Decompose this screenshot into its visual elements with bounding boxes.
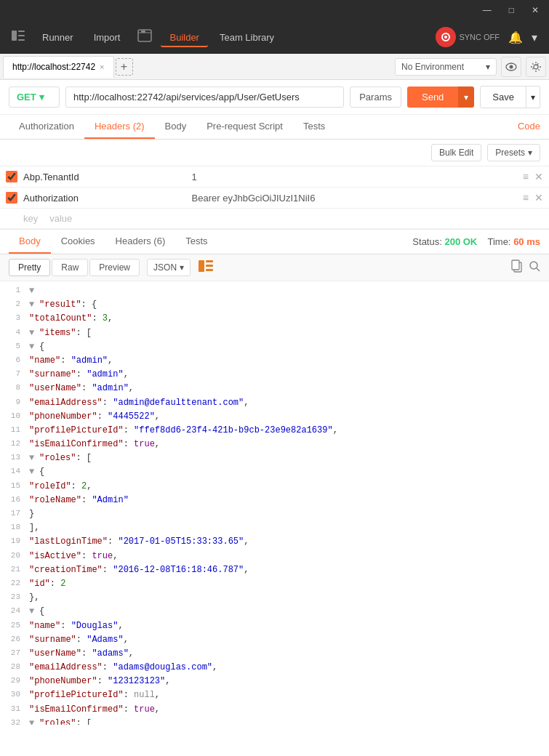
bulk-edit-button[interactable]: Bulk Edit [431, 144, 481, 161]
svg-point-10 [510, 65, 513, 68]
collapse-arrow[interactable]: ▼ [29, 717, 38, 725]
params-button[interactable]: Params [350, 87, 401, 108]
json-line: 16 "roleName": "Admin" [0, 494, 549, 507]
method-chevron-icon: ▾ [39, 92, 44, 102]
svg-rect-1 [18, 31, 25, 32]
search-button[interactable] [529, 260, 540, 276]
headers-actions-row: Bulk Edit Presets ▾ [0, 140, 549, 166]
header-row-2-checkbox[interactable] [6, 192, 17, 204]
send-button[interactable]: Send [407, 87, 458, 108]
pretty-button[interactable]: Pretty [9, 259, 50, 276]
json-line: 18 ], [0, 521, 549, 535]
title-bar: — □ ✕ [0, 0, 549, 20]
resp-tab-headers[interactable]: Headers (6) [105, 230, 176, 254]
header-value-placeholder: value [44, 213, 543, 224]
method-select[interactable]: GET ▾ [9, 87, 60, 108]
code-link[interactable]: Code [518, 115, 540, 139]
sync-icon [436, 27, 456, 47]
collapse-arrow[interactable]: ▼ [29, 465, 38, 479]
format-select[interactable]: JSON ▾ [147, 259, 191, 276]
raw-button[interactable]: Raw [52, 259, 88, 276]
json-line: 9 "emailAddress": "admin@defaulttenant.c… [0, 396, 549, 410]
json-line: 27 "userName": "adams", [0, 647, 549, 661]
save-button[interactable]: Save [480, 86, 526, 108]
header-row-1-checkbox[interactable] [6, 171, 17, 182]
builder-button[interactable]: Builder [161, 28, 207, 47]
header-row-2-value: Bearer eyJhbGciOiJIUzI1NiI6 [192, 193, 517, 204]
time-value: 60 ms [513, 236, 540, 247]
sync-text: SYNC OFF [459, 33, 500, 41]
copy-button[interactable] [511, 260, 523, 276]
preview-button[interactable]: Preview [89, 259, 140, 276]
collapse-arrow[interactable]: ▼ [29, 298, 38, 312]
svg-point-8 [444, 36, 447, 39]
json-line: 2 ▼ "result": { [0, 298, 549, 312]
json-line: 30 "profilePictureId": null, [0, 688, 549, 702]
close-button[interactable]: ✕ [527, 4, 543, 17]
header-row-2-menu-icon[interactable]: ≡ [523, 192, 529, 204]
eye-button[interactable] [501, 57, 521, 77]
resp-tab-tests[interactable]: Tests [175, 230, 217, 254]
response-status-area: Status: 200 OK Time: 60 ms [412, 236, 540, 247]
status-label: Status: [412, 236, 441, 247]
header-row-1-delete-icon[interactable]: ✕ [534, 171, 543, 182]
svg-rect-3 [18, 39, 25, 41]
url-input[interactable] [65, 87, 344, 108]
nav-chevron-button[interactable]: ▾ [526, 28, 543, 47]
team-library-button[interactable]: Team Library [211, 28, 283, 47]
collapse-arrow[interactable]: ▼ [29, 451, 38, 465]
resp-tab-body[interactable]: Body [9, 230, 51, 254]
env-select[interactable]: No Environment ▾ [395, 58, 497, 76]
runner-button[interactable]: Runner [33, 28, 82, 47]
json-line: 29 "phoneNumber": "123123123", [0, 675, 549, 688]
save-chevron-button[interactable]: ▾ [526, 86, 540, 108]
json-viewer[interactable]: 1▼ 2 ▼ "result": {3 "totalCount": 3,4 ▼ … [0, 281, 549, 725]
tab-add-button[interactable]: + [116, 58, 133, 76]
tab-headers[interactable]: Headers (2) [84, 115, 155, 139]
tab-pre-request-script[interactable]: Pre-request Script [196, 115, 293, 139]
collapse-arrow[interactable]: ▼ [29, 340, 38, 354]
collapse-arrow[interactable]: ▼ [29, 284, 38, 298]
format-chevron-icon: ▾ [180, 262, 184, 273]
sidebar-toggle-button[interactable] [6, 28, 31, 47]
json-line: 20 "isActive": true, [0, 550, 549, 563]
header-row-2-delete-icon[interactable]: ✕ [534, 192, 543, 204]
svg-point-18 [530, 262, 537, 269]
headers-table: Bulk Edit Presets ▾ Abp.TenantId 1 ≡ ✕ A… [0, 140, 549, 230]
svg-rect-12 [199, 260, 204, 272]
time-label: Time: [487, 236, 510, 247]
minimize-button[interactable]: — [478, 4, 496, 17]
json-line: 22 "id": 2 [0, 577, 549, 591]
maximize-button[interactable]: □ [505, 4, 518, 17]
header-key-placeholder: key [23, 213, 38, 224]
settings-button[interactable] [526, 57, 546, 77]
tab-close-button[interactable]: × [100, 63, 104, 71]
bell-icon[interactable]: 🔔 [508, 31, 523, 44]
header-row-1-value: 1 [192, 172, 517, 182]
json-line: 8 "userName": "admin", [0, 382, 549, 395]
header-row-2: Authorization Bearer eyJhbGciOiJIUzI1NiI… [0, 188, 549, 209]
response-sub-tabs: Pretty Raw Preview JSON ▾ [0, 254, 549, 281]
request-bar: GET ▾ Params Send ▾ Save ▾ [0, 80, 549, 115]
collapse-arrow[interactable]: ▼ [29, 605, 38, 619]
send-chevron-button[interactable]: ▾ [458, 87, 474, 108]
json-line: 4 ▼ "items": [ [0, 326, 549, 340]
presets-button[interactable]: Presets ▾ [487, 144, 540, 161]
json-line: 7 "surname": "admin", [0, 368, 549, 382]
tab-authorization[interactable]: Authorization [9, 115, 84, 139]
collapse-arrow[interactable]: ▼ [29, 326, 38, 340]
json-line: 17 } [0, 507, 549, 521]
tab-bar: http://localhost:22742 × + No Environmen… [0, 54, 549, 80]
header-row-1-menu-icon[interactable]: ≡ [523, 171, 529, 182]
svg-rect-0 [12, 31, 17, 41]
new-tab-button[interactable] [132, 29, 158, 46]
resp-tab-cookies[interactable]: Cookies [51, 230, 105, 254]
tab-item[interactable]: http://localhost:22742 × [3, 56, 114, 78]
tab-body[interactable]: Body [155, 115, 197, 139]
json-line: 14 ▼ { [0, 465, 549, 479]
json-line: 32 ▼ "roles": [ [0, 717, 549, 725]
tab-tests[interactable]: Tests [293, 115, 335, 139]
format-icon [198, 260, 214, 276]
import-button[interactable]: Import [85, 28, 129, 47]
svg-rect-14 [206, 265, 213, 267]
